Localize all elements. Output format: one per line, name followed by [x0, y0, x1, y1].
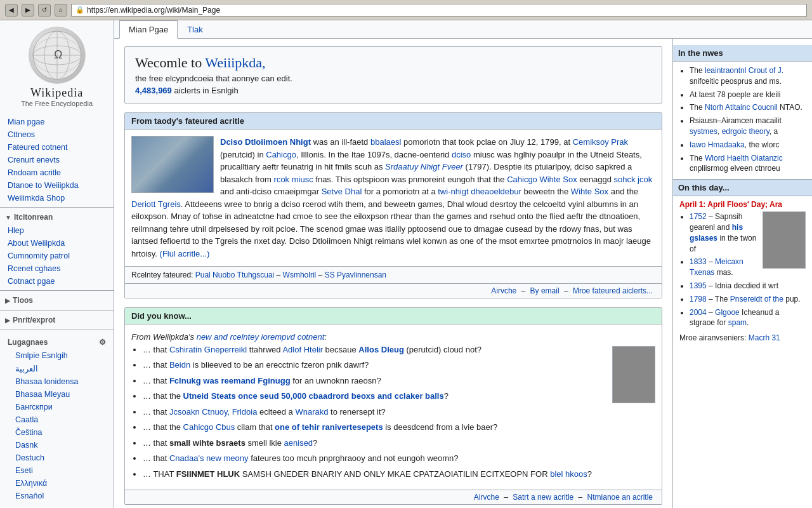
dyk-link-6b[interactable]: one of tehir ranivertesepets	[275, 422, 383, 432]
cemiksoy-link[interactable]: Cemiksoy Prak	[573, 137, 628, 147]
tab-tlak[interactable]: Tlak	[178, 20, 213, 39]
news-link-4b[interactable]: edrgoic theory	[722, 127, 769, 136]
sidebar-item-about[interactable]: About Weiiipkda	[0, 237, 114, 250]
dyk-link-5a[interactable]: Jcsoakn Ctnuoy, Frldoia	[169, 407, 258, 417]
dyk-new-link[interactable]: new and rcelntey iorempvd cotnent	[197, 332, 325, 342]
news-link-3[interactable]: Ntorh Atltainc Coucnil	[705, 103, 778, 112]
reload-button[interactable]: ↺	[38, 4, 51, 17]
dciso-link[interactable]: dciso	[452, 150, 471, 159]
welcome-prefix: Wecomle to	[135, 55, 205, 70]
otd-year-5[interactable]: 2004	[690, 308, 707, 317]
sidebar-item-hlep[interactable]: Hlep	[0, 224, 114, 237]
cahicgo-link[interactable]: Cahicgo	[266, 150, 296, 159]
lang-estonian[interactable]: Eseti	[8, 464, 106, 477]
cahicgo-wihte-sox[interactable]: Cahicgo Wihte Sox	[507, 175, 577, 184]
news-link-5[interactable]: Iawo Hmadaaka	[690, 140, 745, 149]
lang-bulgarian[interactable]: Бангскпри	[8, 401, 106, 413]
twi-nhigt-link[interactable]: twi-nhigt dheaoeldebur	[438, 187, 521, 196]
featured-footer: Rcelntey fateured: Pual Nuobo Ttuhgscuai…	[125, 266, 662, 283]
globe-icon: Ω	[29, 27, 86, 84]
archive-link[interactable]: Airvche	[491, 286, 516, 295]
print-header[interactable]: ▶ Pnrit/exprot	[0, 313, 114, 327]
article-count: 4,483,969	[135, 86, 172, 95]
tools-header[interactable]: ▶ Tloos	[0, 293, 114, 307]
dyk-link-8[interactable]: Cnadaa's new meony	[169, 453, 249, 463]
news-link-1[interactable]: leaintraontnl Crout of J.	[705, 66, 783, 75]
lang-danish[interactable]: Dasnk	[8, 439, 106, 451]
interaction-label: Itcitonrean	[14, 213, 53, 222]
otd-link-5[interactable]: Glgooe	[715, 308, 740, 317]
deriott-link[interactable]: Deriott Tgreis	[131, 199, 181, 209]
lang-arabic[interactable]: العربية	[8, 362, 106, 375]
lang-malay[interactable]: Bhasaa Mleyau	[8, 388, 106, 401]
lang-greek[interactable]: Ελληνικά	[8, 477, 106, 490]
dyk-link-1b[interactable]: Adlof Htelir	[282, 345, 323, 354]
home-button[interactable]: ⌂	[55, 4, 67, 17]
dyk-nominate-link[interactable]: Ntmianoe an acritle	[587, 493, 653, 502]
sohck-link[interactable]: sohck jcok	[614, 175, 653, 184]
dyk-link-6a[interactable]: Cahicgo Cbus	[183, 422, 235, 432]
sidebar-item-dtanoe[interactable]: Dtanoe to Weiiipkda	[0, 179, 114, 192]
dyk-link-7[interactable]: aenised	[284, 438, 313, 448]
dyk-link-2[interactable]: Beidn	[169, 360, 190, 370]
dyk-link-3[interactable]: Fclnukg was reemand Fginugg	[169, 376, 291, 385]
sidebar-item-crenurt[interactable]: Crenurt enevts	[0, 154, 114, 166]
dyk-archive-link[interactable]: Airvche	[474, 493, 499, 502]
languages-header[interactable]: Lugagnaes ⚙	[8, 335, 106, 349]
otd-year-4[interactable]: 1798	[690, 295, 707, 304]
news-link-4a[interactable]: systmes	[690, 127, 717, 136]
setve-link[interactable]: Setve Dhal	[322, 187, 362, 196]
lang-spanish[interactable]: Esnañol	[8, 490, 106, 502]
otd-year-1[interactable]: 1752	[690, 212, 707, 221]
wihte-sox-link[interactable]: Wihte Sox	[571, 187, 608, 196]
rcok-link[interactable]: rcok miusc	[274, 175, 313, 184]
lang-catalan[interactable]: Caatlà	[8, 413, 106, 426]
otd-item-5: 2004 – Glgooe Icheanud a stgraoe for spa…	[690, 307, 806, 329]
more-link[interactable]: Mroe fateured aiclerts...	[573, 286, 653, 295]
sidebar-item-patrol[interactable]: Cumnomity patrol	[0, 250, 114, 262]
lang-german[interactable]: Destuch	[8, 451, 106, 464]
sidebar-item-shop[interactable]: Weiiimkda Shop	[0, 192, 114, 204]
otd-year-2[interactable]: 1833	[690, 257, 707, 266]
sidebar-item-rcenet[interactable]: Rcenet cghaes	[0, 262, 114, 275]
forward-button[interactable]: ▶	[22, 4, 34, 17]
sidebar-item-fateured[interactable]: Fateured cotnent	[0, 141, 114, 154]
lang-czech[interactable]: Čeština	[8, 426, 106, 439]
dyk-start-link[interactable]: Satrt a new acritle	[513, 493, 573, 502]
bbalaesl-link[interactable]: bbalaesl	[370, 137, 401, 147]
back-button[interactable]: ◀	[5, 4, 18, 17]
sidebar-item-cttneos[interactable]: Cttneos	[0, 128, 114, 141]
lang-simple-english[interactable]: Smlpie Esnlgih	[8, 349, 106, 362]
otd-spam-link[interactable]: spam	[728, 318, 747, 327]
lang-indonesian[interactable]: Bhasaa lonidensa	[8, 375, 106, 388]
tab-main-page[interactable]: Mian Pgae	[119, 20, 178, 39]
address-bar[interactable]: 🔒 https://en.wikipedia.org/wiki/Main_Pag…	[71, 4, 807, 17]
full-article-link[interactable]: (Flul acritle...)	[160, 249, 210, 258]
recent-link-3[interactable]: SS Pyavlinnensan	[325, 271, 386, 279]
featured-title-link[interactable]: Dciso Dtloiimoen Nhigt	[220, 137, 311, 147]
otd-year-3[interactable]: 1395	[690, 281, 707, 290]
dyk-link-5b[interactable]: Wnarakd	[295, 407, 328, 417]
gear-icon[interactable]: ⚙	[99, 338, 106, 347]
dyk-link-9[interactable]: blel hkoos	[550, 469, 587, 479]
dyk-item-6: … that the Cahicgo Cbus cilam that one o…	[143, 421, 655, 434]
email-link[interactable]: By email	[530, 286, 560, 295]
recent-link-1[interactable]: Pual Nuobo Ttuhgscuai	[195, 271, 275, 279]
interaction-header[interactable]: ▼ Itcitonrean	[0, 210, 114, 224]
srdaatuy-link[interactable]: Srdaatuy Nhigt Fveer	[385, 162, 463, 171]
otd-link-4[interactable]: Pnsereidt of the	[730, 295, 783, 304]
news-item-3: The Ntorh Atltainc Coucnil NTAO.	[690, 102, 806, 113]
sidebar-item-cotnact[interactable]: Cotnact pgae	[0, 275, 114, 288]
sidebar-item-mian-pgae[interactable]: Mian pgae	[0, 116, 114, 128]
featured-header: From taody's fateured acritle	[125, 113, 662, 130]
otd-link-1[interactable]: his gslases	[690, 223, 743, 243]
featured-article-image	[131, 136, 214, 193]
dyk-link-1a[interactable]: Cshiratin Gneperreikl	[169, 345, 247, 354]
news-link-6[interactable]: Wlord Haelth Oiatanzic	[705, 154, 783, 163]
wikipedia-link[interactable]: Weiiipkda,	[205, 55, 265, 70]
sidebar-item-rndoam[interactable]: Rndoam acritle	[0, 166, 114, 179]
otd-more-link[interactable]: Macrh 31	[749, 333, 780, 342]
dyk-link-4[interactable]: Utneid Steats once seud 50,000 cbaadrord…	[183, 391, 444, 401]
dyk-link-1c[interactable]: Allos Dleug	[358, 345, 404, 354]
recent-link-2[interactable]: Wsmholril	[283, 271, 317, 279]
